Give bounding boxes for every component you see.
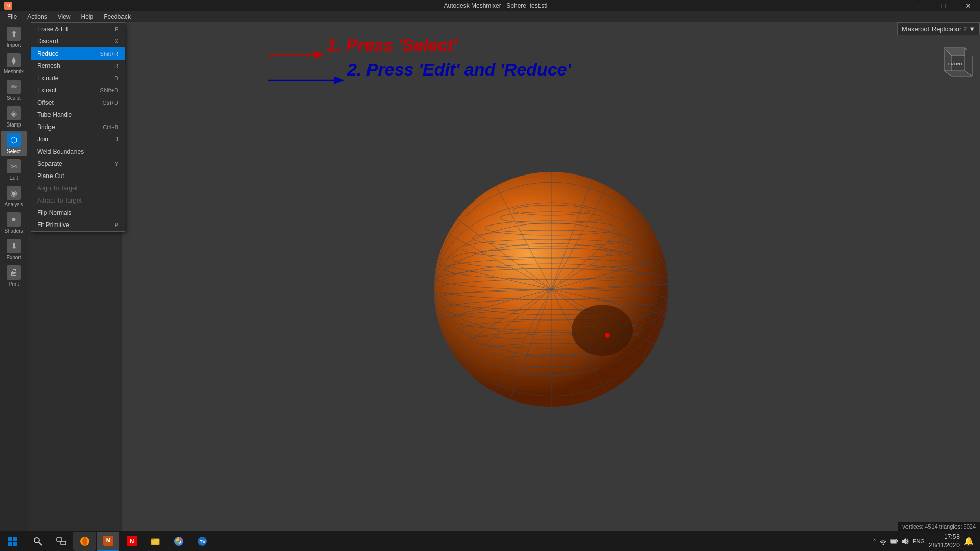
date-display: 28/11/2020: [929, 541, 960, 550]
edit-menu-align-to-target: Align To Target: [31, 182, 125, 194]
svg-rect-47: [57, 538, 62, 541]
annotation-step1: 1. Press 'Select': [327, 35, 457, 55]
sidebar-item-stamp[interactable]: ◈ Stamp: [1, 104, 27, 130]
blue-arrow-svg: [265, 70, 347, 90]
svg-rect-59: [891, 540, 896, 543]
analysis-label: Analysis: [4, 202, 23, 207]
edit-menu-remesh[interactable]: Remesh R: [31, 60, 125, 72]
edit-menu-extrude[interactable]: Extrude D: [31, 72, 125, 84]
export-label: Export: [7, 255, 21, 260]
start-button[interactable]: [0, 531, 24, 552]
sidebar-item-print[interactable]: 🖨 Print: [1, 263, 27, 289]
extrude-shortcut: D: [114, 75, 118, 81]
chrome-icon: [173, 536, 184, 547]
sidebar-item-select[interactable]: ⬡ Select: [1, 131, 27, 156]
sidebar-item-shaders[interactable]: ● Shaders: [1, 210, 27, 236]
menu-view[interactable]: View: [53, 11, 76, 22]
remesh-shortcut: R: [114, 63, 118, 69]
taskbar-app-teamviewer[interactable]: TV: [191, 532, 213, 551]
flip-normals-label: Flip Normals: [37, 209, 71, 216]
taskbar-time: 17:58 28/11/2020: [929, 533, 960, 550]
printer-selector[interactable]: Makerbot Replicator 2 ▼: [897, 22, 980, 35]
status-text: vertices: 4514 triangles: 9024: [902, 523, 976, 530]
taskbar-app-meshmixer[interactable]: M: [97, 532, 119, 551]
svg-point-45: [34, 538, 39, 543]
maximize-button[interactable]: □: [932, 0, 955, 11]
taskbar-app-netflix[interactable]: N: [120, 532, 143, 551]
stamp-icon: ◈: [7, 106, 21, 120]
edit-menu-weld-boundaries[interactable]: Weld Boundaries: [31, 145, 125, 158]
taskbar-app-chrome[interactable]: [167, 532, 190, 551]
fit-primitive-label: Fit Primitive: [37, 221, 69, 229]
annotation-step2: 2. Press 'Edit' and 'Reduce': [347, 60, 571, 80]
erase-fill-label: Erase & Fill: [37, 26, 68, 33]
sidebar-item-export[interactable]: ⬇ Export: [1, 237, 27, 262]
edit-menu-discard[interactable]: Discard X: [31, 35, 125, 47]
tray-volume-icon: [901, 537, 910, 545]
view-cube[interactable]: FRONT: [934, 43, 975, 84]
extract-label: Extract: [37, 87, 56, 94]
app-icon: M: [4, 2, 12, 10]
notification-icon[interactable]: 🔔: [964, 536, 974, 546]
close-button[interactable]: ✕: [957, 0, 980, 11]
sculpt-icon: ✏: [7, 80, 21, 94]
window-controls: ─ □ ✕: [908, 0, 980, 11]
stamp-label: Stamp: [7, 122, 21, 128]
taskbar-app-files[interactable]: [144, 532, 166, 551]
firefox-icon: [79, 536, 90, 547]
discard-shortcut: X: [115, 38, 118, 44]
taskbar: M N TV: [0, 531, 980, 551]
svg-rect-44: [13, 542, 17, 546]
svg-rect-41: [8, 537, 12, 541]
svg-text:TV: TV: [200, 539, 206, 544]
viewport[interactable]: Makerbot Replicator 2 ▼: [122, 22, 980, 531]
edit-menu-erase-fill[interactable]: Erase & Fill F: [31, 23, 125, 35]
svg-point-56: [883, 543, 884, 545]
sidebar-item-analysis[interactable]: ◉ Analysis: [1, 184, 27, 209]
svg-rect-43: [8, 542, 12, 546]
tray-chevron-icon[interactable]: ^: [873, 538, 876, 544]
meshmixer-taskbar-icon: M: [103, 536, 113, 546]
svg-text:FRONT: FRONT: [948, 62, 963, 66]
edit-menu-fit-primitive[interactable]: Fit Primitive P: [31, 219, 125, 231]
sidebar-item-sculpt[interactable]: ✏ Sculpt: [1, 78, 27, 103]
svg-marker-60: [902, 538, 906, 544]
edit-menu-offset[interactable]: Offset Ctrl+D: [31, 96, 125, 109]
svg-rect-42: [13, 537, 17, 541]
import-label: Import: [7, 42, 21, 48]
edit-menu-bridge[interactable]: Bridge Ctrl+B: [31, 121, 125, 133]
bridge-label: Bridge: [37, 123, 55, 131]
taskbar-app-search[interactable]: [27, 532, 49, 551]
import-icon: ⬆: [7, 27, 21, 41]
sidebar-item-meshmix[interactable]: ⧫ Meshmix: [1, 51, 27, 77]
tray-icons: ^ ENG: [873, 537, 925, 545]
edit-menu-tube-handle[interactable]: Tube Handle: [31, 109, 125, 121]
taskbar-app-taskview[interactable]: [50, 532, 72, 551]
edit-menu-separate[interactable]: Separate Y: [31, 158, 125, 170]
edit-menu-join[interactable]: Join J: [31, 133, 125, 145]
printer-dropdown-icon: ▼: [969, 25, 975, 33]
teamviewer-icon: TV: [197, 536, 208, 547]
view-cube-svg: FRONT: [934, 43, 975, 84]
menu-file[interactable]: File: [2, 11, 22, 22]
menu-feedback[interactable]: Feedback: [99, 11, 136, 22]
sidebar-item-import[interactable]: ⬆ Import: [1, 24, 27, 50]
attract-to-target-label: Attract To Target: [37, 197, 82, 204]
taskbar-app-firefox[interactable]: [74, 532, 96, 551]
analysis-icon: ◉: [7, 186, 21, 200]
sidebar-item-edit[interactable]: ✂ Edit: [1, 157, 27, 183]
separate-label: Separate: [37, 160, 62, 167]
edit-menu-extract[interactable]: Extract Shift+D: [31, 84, 125, 96]
edit-menu-reduce[interactable]: Reduce Shift+R: [31, 47, 125, 60]
sphere-selection-patch: [572, 305, 633, 356]
menubar: File Actions View Help Feedback: [0, 11, 980, 22]
minimize-button[interactable]: ─: [908, 0, 931, 11]
shaders-label: Shaders: [4, 228, 23, 234]
reduce-label: Reduce: [37, 50, 58, 57]
edit-menu-flip-normals[interactable]: Flip Normals: [31, 207, 125, 219]
edit-menu-attract-to-target: Attract To Target: [31, 194, 125, 207]
edit-menu-plane-cut[interactable]: Plane Cut: [31, 170, 125, 182]
sphere-svg: [424, 162, 679, 417]
menu-actions[interactable]: Actions: [22, 11, 52, 22]
menu-help[interactable]: Help: [76, 11, 99, 22]
